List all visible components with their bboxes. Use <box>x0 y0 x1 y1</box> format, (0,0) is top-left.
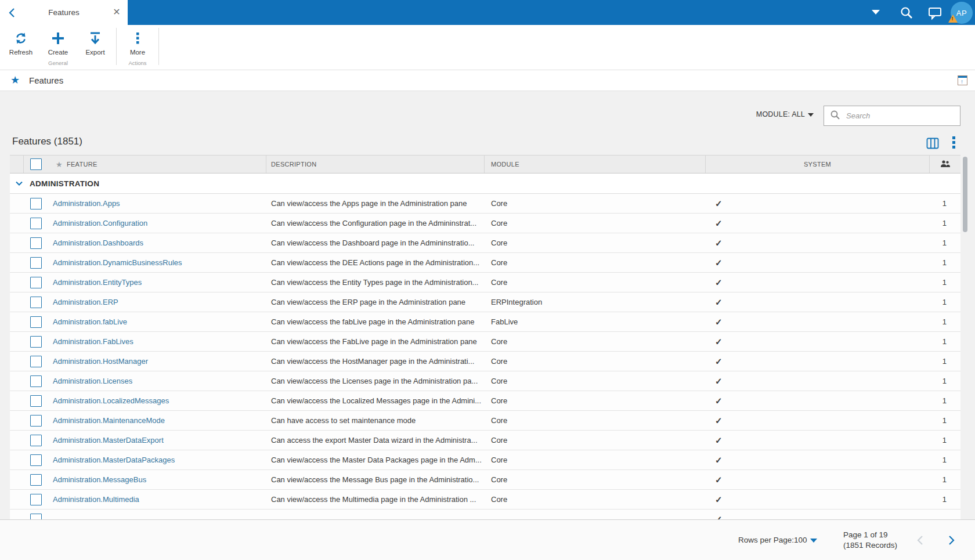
warning-badge-icon[interactable]: ! <box>948 15 958 23</box>
feature-link[interactable]: Administration.EntityTypes <box>53 278 142 287</box>
usage-count: 1 <box>930 352 960 371</box>
table-row[interactable]: Administration.LocalizedMessages Can vie… <box>10 391 960 411</box>
users-column-header[interactable] <box>930 156 960 173</box>
row-checkbox[interactable] <box>30 277 42 288</box>
table-row[interactable]: Administration.fabLive Can view/access t… <box>10 312 960 332</box>
feature-link[interactable]: Administration.Licenses <box>53 377 132 385</box>
export-label: Export <box>78 49 112 56</box>
feature-link[interactable]: Administration.MasterDataPackages <box>53 456 175 464</box>
table-row[interactable]: Administration.HostManager Can view/acce… <box>10 352 960 371</box>
chat-icon[interactable] <box>927 5 943 20</box>
feature-link[interactable]: Administration.MessageBus <box>53 475 146 484</box>
system-check-icon: ✓ <box>715 435 723 446</box>
table-row[interactable]: Administration.MessageBus Can view/acces… <box>10 470 960 490</box>
system-column-header[interactable]: SYSTEM <box>706 156 930 173</box>
description-column-header[interactable]: DESCRIPTION <box>266 156 485 173</box>
row-checkbox[interactable] <box>30 257 42 269</box>
table-row[interactable]: Administration.Configuration Can view/ac… <box>10 214 960 233</box>
feature-module: Core <box>491 456 507 464</box>
feature-module: Core <box>491 416 507 425</box>
feature-link[interactable]: Administration.ERP <box>53 298 118 306</box>
row-checkbox[interactable] <box>30 356 42 367</box>
table-row[interactable]: Administration.MaintenanceMode Can have … <box>10 411 960 431</box>
system-check-icon: ✓ <box>715 277 723 288</box>
table-row[interactable]: Administration.ERP Can view/access the E… <box>10 292 960 312</box>
avatar-initials: AP <box>956 9 967 17</box>
feature-description: Can view/access the Localized Messages p… <box>271 396 481 405</box>
row-checkbox[interactable] <box>30 494 42 505</box>
feature-link[interactable]: Administration.Dashboards <box>53 239 143 247</box>
expand-panel-icon[interactable]: ↑ <box>958 75 967 85</box>
row-checkbox[interactable] <box>30 336 42 348</box>
system-check-icon: ✓ <box>715 238 723 248</box>
row-checkbox[interactable] <box>30 218 42 229</box>
favorite-star-icon[interactable]: ★ <box>10 74 20 86</box>
table-row[interactable]: Administration.DynamicBusinessRules Can … <box>10 253 960 273</box>
tabs-dropdown-icon[interactable] <box>872 10 880 15</box>
table-row-partial[interactable]: ✓ <box>10 510 960 519</box>
row-checkbox[interactable] <box>30 297 42 308</box>
rows-host: Administration.Apps Can view/access the … <box>10 194 960 510</box>
close-tab-icon[interactable]: ✕ <box>111 7 122 17</box>
module-column-header[interactable]: MODULE <box>485 156 706 173</box>
feature-link[interactable]: Administration.LocalizedMessages <box>53 396 169 405</box>
refresh-button[interactable]: Refresh <box>4 28 38 64</box>
table-row[interactable]: Administration.MasterDataPackages Can vi… <box>10 450 960 470</box>
module-filter-dropdown[interactable]: MODULE: ALL <box>743 110 814 118</box>
feature-link[interactable]: Administration.fabLive <box>53 317 127 326</box>
feature-module: Core <box>491 258 507 267</box>
feature-link[interactable]: Administration.Configuration <box>53 219 147 227</box>
select-all-checkbox[interactable] <box>30 158 42 170</box>
table-row[interactable]: Administration.Licenses Can view/access … <box>10 371 960 391</box>
columns-icon[interactable] <box>926 138 939 149</box>
row-checkbox[interactable] <box>30 514 42 520</box>
collapse-group-icon[interactable] <box>13 178 25 189</box>
system-check-icon: ✓ <box>715 297 723 308</box>
table-row[interactable]: Administration.EntityTypes Can view/acce… <box>10 273 960 292</box>
feature-description: Can view/access the Configuration page i… <box>271 219 476 227</box>
table-row[interactable]: Administration.Multimedia Can view/acces… <box>10 490 960 510</box>
table-row[interactable]: Administration.Apps Can view/access the … <box>10 194 960 214</box>
feature-link[interactable]: Administration.Apps <box>53 199 120 208</box>
row-checkbox[interactable] <box>30 395 42 407</box>
vertical-scrollbar[interactable] <box>963 157 967 232</box>
usage-count: 1 <box>930 292 960 312</box>
feature-column-header[interactable]: ★ FEATURE <box>52 156 266 173</box>
search-icon[interactable] <box>899 5 914 20</box>
feature-link[interactable]: Administration.DynamicBusinessRules <box>53 258 182 267</box>
feature-description: Can view/access the FabLive page in the … <box>271 337 477 346</box>
create-button[interactable]: Create <box>41 28 75 64</box>
row-checkbox[interactable] <box>30 237 42 249</box>
row-checkbox[interactable] <box>30 415 42 427</box>
feature-link[interactable]: Administration.MaintenanceMode <box>53 416 165 425</box>
usage-count: 1 <box>930 470 960 489</box>
active-tab[interactable]: Features ✕ <box>0 0 128 25</box>
rows-per-page-dropdown[interactable]: Rows per Page:100 <box>738 536 817 544</box>
feature-link[interactable]: Administration.FabLives <box>53 337 133 346</box>
row-checkbox[interactable] <box>30 454 42 466</box>
more-button[interactable]: More <box>121 28 154 64</box>
row-checkbox[interactable] <box>30 375 42 387</box>
row-checkbox[interactable] <box>30 474 42 486</box>
table-row[interactable]: Administration.FabLives Can view/access … <box>10 332 960 352</box>
table-row[interactable]: Administration.Dashboards Can view/acces… <box>10 233 960 253</box>
system-check-icon: ✓ <box>715 376 723 386</box>
group-row-administration[interactable]: ADMINISTRATION <box>10 174 960 194</box>
feature-link[interactable]: Administration.Multimedia <box>53 495 139 504</box>
row-checkbox[interactable] <box>30 316 42 328</box>
feature-link[interactable]: Administration.MasterDataExport <box>53 436 164 445</box>
more-label: More <box>121 49 154 56</box>
feature-description: Can view/access the Master Data Packages… <box>271 456 482 464</box>
row-checkbox[interactable] <box>30 435 42 446</box>
system-check-icon: ✓ <box>715 258 723 268</box>
previous-page-icon[interactable] <box>914 534 927 547</box>
next-page-icon[interactable] <box>945 534 958 547</box>
grid-menu-icon[interactable] <box>952 136 955 150</box>
search-input[interactable] <box>845 111 960 121</box>
feature-module: ERPIntegration <box>491 298 542 306</box>
table-row[interactable]: Administration.MasterDataExport Can acce… <box>10 431 960 450</box>
row-checkbox[interactable] <box>30 198 42 209</box>
export-button[interactable]: Export <box>78 28 112 64</box>
feature-link[interactable]: Administration.HostManager <box>53 357 148 366</box>
usage-count: 1 <box>930 431 960 450</box>
